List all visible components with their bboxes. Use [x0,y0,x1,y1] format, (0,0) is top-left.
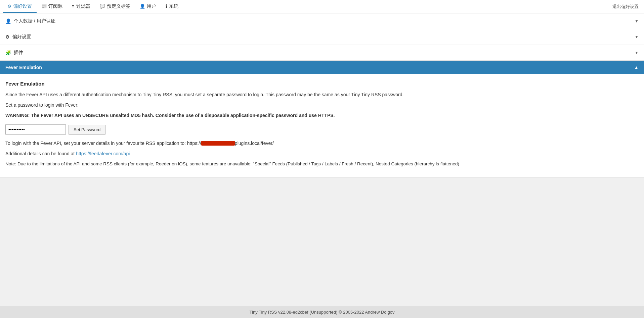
logout-label: 退出偏好设置 [612,4,639,9]
fever-warning: WARNING: The Fever API uses an UNSECURE … [5,112,639,119]
fever-desc2: Set a password to login with Fever: [5,102,639,109]
nav-users-label: 用户 [147,3,156,9]
accordion-preferences-left: ⚙ 偏好设置 [5,34,31,40]
users-icon: 👤 [140,4,145,9]
nav-labels[interactable]: 💬 预定义标签 [95,1,135,13]
logout-button[interactable]: 退出偏好设置 [610,1,641,12]
fever-header[interactable]: Fever Emulation ▲ [0,61,644,74]
fever-desc1: Since the Fever API uses a different aut… [5,91,639,98]
fever-password-input[interactable] [5,124,66,135]
nav-system-label: 系统 [169,3,178,9]
personal-icon: 👤 [5,18,11,24]
nav-filters-label: 过滤器 [76,3,90,9]
accordion-plugins-header[interactable]: 🧩 插件 ▼ [0,45,644,60]
fever-content: Fever Emulation Since the Fever API uses… [0,74,644,177]
password-row: Set Password [5,124,639,135]
chevron-down-icon-2: ▼ [635,35,639,39]
nav-labels-label: 预定义标签 [107,3,130,9]
fever-server-url: To login with the Fever API, set your se… [5,140,639,147]
filters-icon: ≡ [72,4,75,9]
footer-text: Tiny Tiny RSS v22.08-ed2cbef (Unsupporte… [250,310,395,315]
nav-system[interactable]: ℹ 系统 [161,1,183,13]
server-prefix: To login with the Fever API, set your se… [5,141,201,146]
accordion-preferences-header[interactable]: ⚙ 偏好设置 ▼ [0,29,644,45]
footer: Tiny Tiny RSS v22.08-ed2cbef (Unsupporte… [0,306,644,318]
fever-section-title: Fever Emulation [5,65,42,70]
fever-additional: Additional details can be found at https… [5,150,639,157]
feeds-icon: 📰 [41,4,47,9]
feedafever-link[interactable]: https://feedafever.com/api [76,151,130,156]
accordion-preferences-label: 偏好设置 [12,34,31,40]
accordion-personal: 👤 个人数据 / 用户认证 ▼ [0,13,644,29]
nav-feeds-label: 订阅源 [48,3,62,9]
accordion-preferences: ⚙ 偏好设置 ▼ [0,29,644,45]
accordion-personal-left: 👤 个人数据 / 用户认证 [5,18,55,24]
nav-items: ⚙ 偏好设置 📰 订阅源 ≡ 过滤器 💬 预定义标签 👤 用户 ℹ 系统 [3,1,183,13]
accordion-personal-label: 个人数据 / 用户认证 [14,18,55,24]
preferences-acc-icon: ⚙ [5,34,10,40]
server-suffix: plugins.local/fever/ [235,141,274,146]
chevron-up-icon: ▲ [634,65,639,70]
main-content: 👤 个人数据 / 用户认证 ▼ ⚙ 偏好设置 ▼ 🧩 插件 ▼ Fever E [0,13,644,306]
additional-prefix: Additional details can be found at [5,151,76,156]
accordion-plugins-label: 插件 [14,50,23,56]
system-icon: ℹ [166,4,167,9]
accordion-personal-header[interactable]: 👤 个人数据 / 用户认证 ▼ [0,13,644,29]
preferences-icon: ⚙ [7,4,11,9]
plugins-icon: 🧩 [5,50,11,55]
set-password-button[interactable]: Set Password [69,125,105,135]
nav-feeds[interactable]: 📰 订阅源 [37,1,67,13]
accordion-plugins: 🧩 插件 ▼ [0,45,644,61]
accordion-plugins-left: 🧩 插件 [5,50,23,56]
chevron-down-icon: ▼ [635,19,639,23]
fever-section: Fever Emulation ▲ Fever Emulation Since … [0,61,644,178]
chevron-down-icon-3: ▼ [635,50,639,55]
nav-filters[interactable]: ≡ 过滤器 [67,1,95,13]
nav-preferences-label: 偏好设置 [13,3,32,9]
redacted-url [201,141,235,146]
fever-note: Note: Due to the limitations of the API … [5,161,639,167]
top-nav: ⚙ 偏好设置 📰 订阅源 ≡ 过滤器 💬 预定义标签 👤 用户 ℹ 系统 退出偏… [0,0,644,13]
labels-icon: 💬 [100,4,105,9]
nav-users[interactable]: 👤 用户 [135,1,161,13]
fever-content-title: Fever Emulation [5,81,639,87]
nav-preferences[interactable]: ⚙ 偏好设置 [3,1,37,13]
